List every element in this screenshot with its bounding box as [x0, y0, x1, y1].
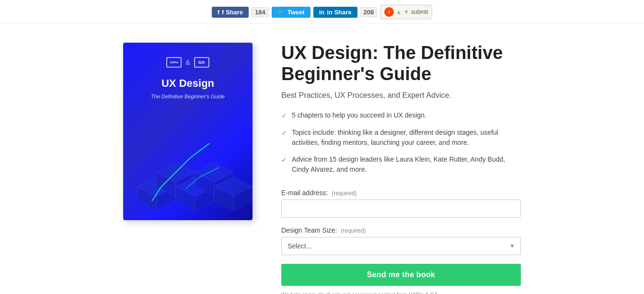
- facebook-share-label: f Share: [222, 9, 243, 16]
- page-title: UX Design: The Definitive Beginner's Gui…: [281, 43, 521, 84]
- linkedin-share-button[interactable]: in in Share: [313, 7, 357, 18]
- book-cover-graphic: [123, 124, 253, 220]
- feature-checklist: ✓ 5 chapters to help you succeed in UX d…: [281, 110, 521, 175]
- team-size-label: Design Team Size: (required): [281, 226, 521, 234]
- uxpin-logo: UXPin: [166, 57, 182, 68]
- team-size-form-group: Design Team Size: (required) Select... 1…: [281, 226, 521, 255]
- downvote-arrow[interactable]: ▼: [403, 9, 409, 15]
- linkedin-share-label: in Share: [327, 9, 351, 16]
- book-description: Best Practices, UX Processes, and Expert…: [281, 91, 521, 100]
- facebook-count: 184: [252, 7, 269, 17]
- facebook-icon: f: [218, 9, 219, 16]
- submit-button[interactable]: Send me the book: [281, 264, 521, 286]
- twitter-icon: 🐦: [277, 9, 285, 16]
- twitter-share-label: Tweet: [288, 9, 305, 16]
- checklist-text-1: 5 chapters to help you succeed in UX des…: [292, 110, 426, 120]
- email-form-group: E-mail address: (required): [281, 189, 521, 218]
- email-input[interactable]: [281, 200, 521, 218]
- facebook-share-button[interactable]: f f Share: [212, 7, 249, 18]
- linkedin-count: 208: [360, 7, 378, 17]
- upvote-arrow[interactable]: ▲: [396, 9, 402, 15]
- checkmark-icon-3: ✓: [281, 155, 287, 165]
- linkedin-icon: in: [319, 9, 325, 16]
- logo-ampersand: &: [185, 59, 190, 66]
- book-logos: UXPin & GA: [166, 57, 209, 68]
- checklist-text-2: Topics include: thinking like a designer…: [292, 128, 521, 148]
- twitter-share-button[interactable]: 🐦 Tweet: [272, 7, 310, 18]
- team-size-select-wrapper: Select... 1 2-5 6-10 11-25 26-50 51-100 …: [281, 237, 521, 255]
- email-label: E-mail address: (required): [281, 189, 521, 197]
- book-cover: UXPin & GA UX Design The Definitive Begi…: [123, 43, 253, 220]
- team-size-select[interactable]: Select... 1 2-5 6-10 11-25 26-50 51-100 …: [281, 237, 521, 255]
- checkmark-icon-1: ✓: [281, 111, 287, 121]
- content-area: UX Design: The Definitive Beginner's Gui…: [281, 43, 521, 294]
- checklist-item-1: ✓ 5 chapters to help you succeed in UX d…: [281, 110, 521, 121]
- checklist-text-3: Advice from 15 design leaders like Laura…: [292, 154, 521, 175]
- book-cover-title: UX Design: [161, 77, 214, 90]
- team-size-required-tag: (required): [341, 227, 366, 234]
- book-cover-subtitle: The Definitive Beginner's Guide: [151, 94, 225, 99]
- checklist-item-2: ✓ Topics include: thinking like a design…: [281, 128, 521, 148]
- reddit-share-button[interactable]: r ▲ ▼ submit: [380, 5, 432, 19]
- checkmark-icon-2: ✓: [281, 128, 287, 138]
- share-bar: f f Share 184 🐦 Tweet in in Share 208 r …: [0, 0, 644, 24]
- reddit-icon: r: [384, 7, 394, 17]
- email-required-tag: (required): [332, 190, 356, 197]
- checklist-item-3: ✓ Advice from 15 design leaders like Lau…: [281, 154, 521, 175]
- reddit-submit-label: submit: [411, 9, 428, 15]
- ga-logo: GA: [194, 57, 209, 68]
- main-content: UXPin & GA UX Design The Definitive Begi…: [34, 24, 610, 294]
- spam-note: We hate spam. You'll only get occasional…: [281, 291, 521, 294]
